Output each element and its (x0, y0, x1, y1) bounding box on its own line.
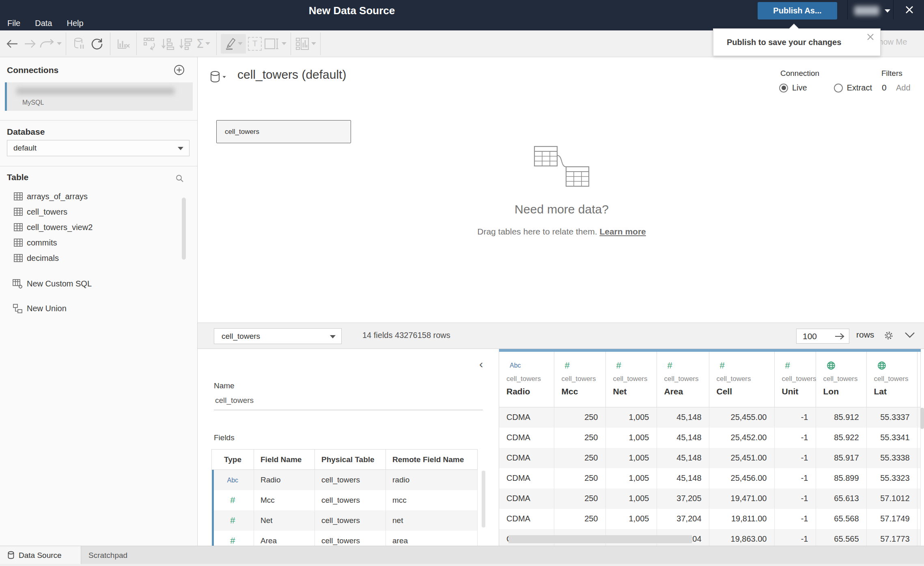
learn-more-link[interactable]: Learn more (599, 227, 646, 236)
undo-button[interactable] (3, 34, 21, 54)
publish-as-button[interactable]: Publish As... (758, 2, 837, 19)
add-connection-button[interactable] (174, 65, 185, 75)
pause-updates-button[interactable] (70, 34, 88, 54)
datasource-menu-button[interactable] (209, 70, 227, 85)
connections-header: Connections (7, 65, 58, 75)
table-item-label: decimals (27, 254, 59, 263)
grid-cell: 1,005 (605, 468, 657, 489)
grid-col-header-net[interactable]: #cell_towersNet (605, 351, 657, 407)
connection-type: MySQL (22, 99, 44, 106)
sidebar-table-item[interactable]: decimals (0, 250, 191, 266)
menu-item-help[interactable]: Help (67, 19, 83, 28)
radio-extract[interactable] (834, 84, 843, 93)
close-icon (904, 4, 915, 15)
grid-col-header-cell[interactable]: #cell_towersCell (709, 351, 774, 407)
chevron-down-icon (282, 42, 286, 45)
grid-col-header-radio[interactable]: Abccell_towersRadio (499, 351, 554, 407)
totals-button[interactable]: Σ (194, 34, 212, 54)
canvas: cell_towers (default) Connection LiveExt… (198, 57, 924, 323)
refresh-button[interactable] (88, 34, 106, 54)
table-search-button[interactable] (175, 174, 184, 183)
show-cards-button[interactable] (295, 34, 316, 54)
grid-cell: 45,148 (657, 468, 709, 489)
grid-col-header-lat[interactable]: cell_towersLat (866, 351, 917, 407)
swap-icon (142, 37, 157, 50)
preview-settings-button[interactable] (883, 330, 894, 341)
sidebar-table-item[interactable]: arrays_of_arrays (0, 189, 191, 204)
sort-ascending-button[interactable] (159, 34, 177, 54)
grid-cell: 19,811.00 (709, 509, 774, 529)
grid-col-header-area[interactable]: #cell_towersArea (657, 351, 709, 407)
type-string-icon: Abc (227, 477, 238, 484)
sidebar-table-item[interactable]: cell_towers (0, 204, 191, 220)
radio-option-extract[interactable]: Extract (834, 83, 872, 93)
avatar (854, 6, 879, 15)
radio-option-live[interactable]: Live (779, 83, 807, 93)
fields-row[interactable]: #Areacell_towersarea (212, 531, 478, 546)
text-label-button[interactable]: T (246, 34, 264, 54)
grid-cell: -1 (774, 489, 816, 509)
name-input[interactable]: cell_towers (215, 396, 254, 405)
fields-scrollbar[interactable] (482, 471, 485, 527)
tab-scratchpad[interactable]: Scratchpad (88, 546, 127, 564)
fields-row[interactable]: #Netcell_towersnet (212, 510, 478, 531)
grid-col-name: Lon (823, 387, 866, 396)
highlighter-icon (224, 37, 236, 51)
grid-col-header-lon[interactable]: cell_towersLon (816, 351, 866, 407)
grid-cell: CDMA (499, 489, 554, 509)
divider (0, 166, 197, 166)
titlebar-separator (893, 0, 894, 19)
toolbar-separator (291, 32, 291, 55)
replay-button[interactable] (39, 34, 62, 54)
tab-data-source[interactable]: Data Source (0, 546, 81, 564)
database-select[interactable]: default (7, 140, 190, 156)
grid-col-header-mcc[interactable]: #cell_towersMcc (554, 351, 605, 407)
forward-arrow-icon (23, 39, 37, 49)
preview-table-select[interactable]: cell_towers (214, 328, 342, 344)
menu-item-file[interactable]: File (7, 19, 20, 28)
filters-add-button[interactable]: Add (896, 83, 911, 93)
back-arrow-icon (5, 39, 19, 49)
new-union[interactable]: New Union (0, 300, 191, 316)
rows-label: rows (856, 330, 874, 340)
redo-button[interactable] (21, 34, 39, 54)
connection-item[interactable]: MySQL (5, 82, 193, 111)
grid-cell: CDMA (499, 428, 554, 448)
filters-label: Filters (881, 69, 902, 78)
grid-cell: 250 (554, 407, 605, 428)
grid-cell: 1,005 (605, 489, 657, 509)
menubar: FileDataHelp (7, 19, 84, 28)
empty-state-heading: Need more data? (515, 202, 609, 216)
sort-descending-button[interactable] (177, 34, 194, 54)
swap-rows-columns-button[interactable] (141, 34, 159, 54)
field-type-cell: # (212, 531, 254, 546)
database-icon (7, 551, 15, 560)
collapse-panel-button[interactable]: ‹ (479, 358, 483, 371)
row-limit-input[interactable]: 100 (796, 329, 849, 344)
fit-selector-button[interactable] (264, 34, 286, 54)
grid-col-header-unit[interactable]: #cell_towersUnit (774, 351, 816, 407)
sidebar-table-item[interactable]: cell_towers_view2 (0, 220, 191, 235)
grid-row: CDMA2501,00545,14825,452.00-185.92255.33… (499, 428, 920, 448)
new-custom-sql[interactable]: New Custom SQL (0, 275, 191, 292)
table-card[interactable]: cell_towers (216, 120, 351, 143)
table-list-scrollbar[interactable] (182, 198, 186, 260)
globe-icon (827, 360, 866, 371)
user-menu[interactable] (852, 4, 893, 17)
grid-vertical-scrollbar[interactable] (920, 408, 924, 429)
fields-row[interactable]: #Mcccell_towersmcc (212, 490, 478, 510)
preview-collapse-button[interactable] (905, 332, 915, 338)
fields-row[interactable]: AbcRadiocell_towersradio (212, 470, 478, 490)
close-button[interactable] (904, 2, 919, 17)
highlight-button[interactable] (221, 34, 246, 54)
grid-col-name: Area (664, 387, 709, 396)
grid-horizontal-scrollbar[interactable] (508, 535, 692, 543)
apply-arrow-icon[interactable] (834, 333, 845, 340)
grid-cell: 55.3338 (866, 448, 917, 468)
clear-sheet-button[interactable] (114, 34, 132, 54)
radio-live-selected[interactable] (779, 84, 788, 93)
menu-item-data[interactable]: Data (35, 19, 52, 28)
tooltip-close-button[interactable] (866, 33, 874, 41)
grid-col-table: cell_towers (874, 375, 917, 383)
sidebar-table-item[interactable]: commits (0, 235, 191, 250)
